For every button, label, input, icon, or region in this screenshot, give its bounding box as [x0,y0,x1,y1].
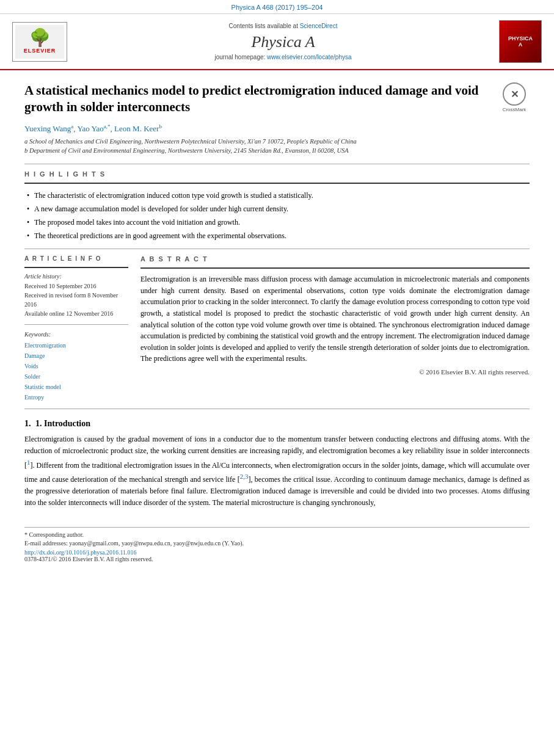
abstract-col: A B S T R A C T Electromigration is an i… [140,255,530,402]
journal-header: 🌳 ELSEVIER Contents lists available at S… [0,14,554,70]
two-column-section: A R T I C L E I N F O Article history: R… [24,255,530,402]
revised-date: Received in revised form 8 November 2016 [24,291,128,309]
keyword-3: Voids [24,361,128,371]
abstract-label: A B S T R A C T [140,255,530,263]
ref-1[interactable]: 1 [27,459,31,466]
journal-ref: Physica A 468 (2017) 195–204 [231,4,323,11]
abstract-text: Electromigration is an irreversible mass… [140,274,530,365]
keyword-1: Electromigration [24,340,128,351]
divider-highlights [24,183,530,184]
keyword-5: Statistic model [24,382,128,392]
divider-abstract [140,267,530,269]
received-date: Received 10 September 2016 [24,282,128,291]
highlight-item: The characteristic of electromigration i… [24,189,530,202]
abstract-copyright: © 2016 Elsevier B.V. All rights reserved… [140,368,530,376]
history-label: Article history: [24,273,128,280]
crossmark-label: CrossMark [503,107,527,112]
keyword-2: Damage [24,351,128,361]
affiliations: a School of Mechanics and Civil Engineer… [24,137,530,155]
author3-name: Leon M. Keer [114,124,159,133]
divider-1 [24,164,530,164]
journal-center: Contents lists available at ScienceDirec… [67,23,499,60]
author3-super: b [159,123,162,129]
author2-super: a,* [104,123,111,129]
elsevier-tree-icon: 🌳 [29,29,51,46]
highlights-list: The characteristic of electromigration i… [24,189,530,242]
available-date: Available online 12 November 2016 [24,309,128,318]
authors-line: Yuexing Wanga, Yao Yaoa,*, Leon M. Keerb [24,123,530,134]
issn-line: 0378-4371/© 2016 Elsevier B.V. All right… [24,556,530,562]
top-bar: Physica A 468 (2017) 195–204 [0,0,554,14]
article-info-col: A R T I C L E I N F O Article history: R… [24,255,128,402]
homepage-link[interactable]: www.elsevier.com/locate/physa [267,54,351,60]
highlights-label: H I G H L I G H T S [24,170,530,178]
author1-super: a [71,123,73,129]
title-section: A statistical mechanics model to predict… [24,82,530,116]
email-line: E-mail addresses: yaonay@gmail.com, yaoy… [24,540,530,547]
keywords-section: Keywords: Electromigration Damage Voids … [24,331,128,402]
journal-homepage: journal homepage: www.elsevier.com/locat… [67,54,499,60]
footer-note: * Corresponding author. E-mail addresses… [24,527,530,562]
author2-name: Yao Yao [77,124,103,133]
intro-heading-text: 1. Introduction [35,419,90,428]
crossmark: ✕ CrossMark [499,82,530,112]
highlight-item: The proposed model takes into account th… [24,216,530,229]
contents-line: Contents lists available at ScienceDirec… [67,23,499,29]
affiliation-b: b Department of Civil and Environmental … [24,147,530,156]
crossmark-icon: ✕ [503,82,526,106]
divider-4 [24,409,530,409]
journal-thumbnail: PHYSICAA [499,20,542,63]
author1-name: Yuexing Wang [24,124,71,133]
divider-3 [24,324,128,325]
article-body: A statistical mechanics model to predict… [0,70,554,575]
journal-title: Physica A [67,33,499,51]
keyword-6: Entropy [24,392,128,402]
sciencedirect-link[interactable]: ScienceDirect [300,23,338,29]
intro-text: Electromigration is caused by the gradua… [24,434,530,509]
section-number: 1. [24,419,31,428]
highlight-item: The theoretical predictions are in good … [24,229,530,242]
intro-heading: 1. 1. Introduction [24,419,530,429]
elsevier-logo: 🌳 ELSEVIER [12,22,67,62]
elsevier-wordmark: ELSEVIER [24,48,56,54]
doi-link[interactable]: http://dx.doi.org/10.1016/j.physa.2016.1… [24,549,137,556]
divider-2 [24,249,530,249]
divider-info [24,267,128,268]
ref-2-3[interactable]: 2,3 [240,473,249,480]
keywords-label: Keywords: [24,331,128,338]
keyword-4: Solder [24,371,128,382]
history-section: Article history: Received 10 September 2… [24,273,128,318]
affiliation-a: a School of Mechanics and Civil Engineer… [24,137,530,147]
corresponding-label: * Corresponding author. [24,531,530,538]
highlight-item: A new damage accumulation model is devel… [24,202,530,216]
doi-line: http://dx.doi.org/10.1016/j.physa.2016.1… [24,549,530,556]
elsevier-logo-img: 🌳 ELSEVIER [15,25,64,59]
email-addresses: yaonay@gmail.com, yaoy@nwpu.edu.cn, yaoy… [69,540,244,547]
article-info-label: A R T I C L E I N F O [24,255,128,262]
article-title: A statistical mechanics model to predict… [24,82,493,116]
page: Physica A 468 (2017) 195–204 🌳 ELSEVIER … [0,0,554,756]
